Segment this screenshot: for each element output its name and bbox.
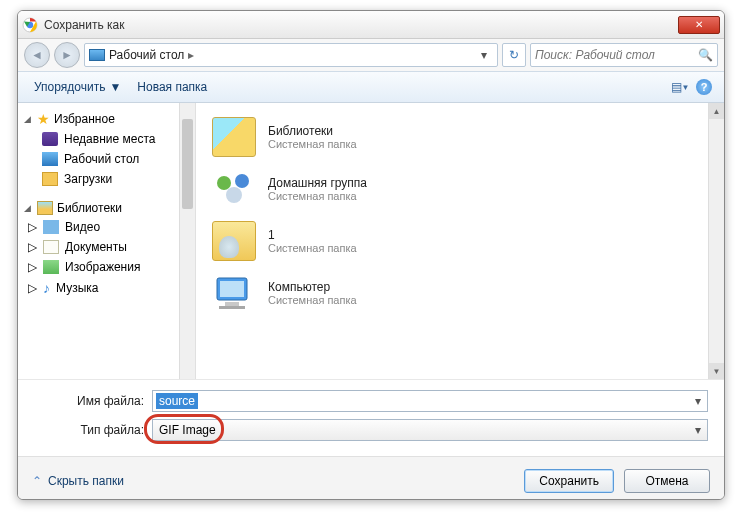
list-item[interactable]: БиблиотекиСистемная папка: [208, 111, 712, 163]
documents-icon: [43, 240, 59, 254]
video-icon: [43, 220, 59, 234]
chrome-icon: [22, 17, 38, 33]
tree-recent[interactable]: Недавние места: [20, 129, 193, 149]
collapse-icon[interactable]: ◢: [24, 114, 33, 124]
expand-icon[interactable]: ▷: [28, 260, 37, 274]
item-name: Домашняя группа: [268, 176, 367, 190]
tree-label: Недавние места: [64, 132, 155, 146]
body-area: ◢ ★ Избранное Недавние места Рабочий сто…: [18, 103, 724, 379]
expand-icon[interactable]: ▷: [28, 281, 37, 295]
expand-icon[interactable]: ▷: [28, 240, 37, 254]
filename-input[interactable]: source ▾: [152, 390, 708, 412]
help-button[interactable]: ?: [692, 75, 716, 99]
titlebar: Сохранить как ✕: [18, 11, 724, 39]
chevron-right-icon[interactable]: ▸: [188, 48, 194, 62]
computer-icon: [212, 273, 256, 313]
tree-label: Библиотеки: [57, 201, 122, 215]
tree-label: Видео: [65, 220, 100, 234]
tree-scrollbar[interactable]: [179, 103, 195, 379]
item-sub: Системная папка: [268, 138, 357, 150]
tree-downloads[interactable]: Загрузки: [20, 169, 193, 189]
item-name: Компьютер: [268, 280, 357, 294]
new-folder-button[interactable]: Новая папка: [129, 76, 215, 98]
view-options-button[interactable]: ▤▼: [668, 75, 692, 99]
tree-libraries[interactable]: ◢ Библиотеки: [20, 199, 193, 217]
search-input[interactable]: [535, 48, 698, 62]
organize-button[interactable]: Упорядочить▼: [26, 76, 129, 98]
item-sub: Системная папка: [268, 242, 357, 254]
tree-label: Документы: [65, 240, 127, 254]
chevron-down-icon[interactable]: ▾: [689, 423, 707, 437]
window-title: Сохранить как: [44, 18, 676, 32]
file-list[interactable]: БиблиотекиСистемная папка Домашняя групп…: [196, 103, 724, 379]
item-name: Библиотеки: [268, 124, 357, 138]
tree-label: Рабочий стол: [64, 152, 139, 166]
desktop-icon: [89, 49, 105, 61]
recent-icon: [42, 132, 58, 146]
filetype-label: Тип файла:: [34, 423, 152, 437]
toolbar: Упорядочить▼ Новая папка ▤▼ ?: [18, 71, 724, 103]
tree-documents[interactable]: ▷Документы: [20, 237, 193, 257]
item-sub: Системная папка: [268, 190, 367, 202]
svg-rect-8: [219, 306, 245, 309]
svg-rect-6: [220, 281, 244, 297]
fields-area: Имя файла: source ▾ Тип файла: GIF Image…: [18, 379, 724, 456]
list-item[interactable]: КомпьютерСистемная папка: [208, 267, 712, 319]
list-item[interactable]: Домашняя группаСистемная папка: [208, 163, 712, 215]
filename-value: source: [156, 393, 198, 409]
list-item[interactable]: 1Системная папка: [208, 215, 712, 267]
list-scrollbar[interactable]: ▲▼: [708, 103, 724, 379]
forward-button[interactable]: ►: [54, 42, 80, 68]
item-sub: Системная папка: [268, 294, 357, 306]
tree-label: Музыка: [56, 281, 98, 295]
svg-point-4: [226, 187, 242, 203]
hide-folders-label: Скрыть папки: [48, 474, 124, 488]
navigation-tree[interactable]: ◢ ★ Избранное Недавние места Рабочий сто…: [18, 103, 196, 379]
chevron-up-icon: ⌃: [32, 474, 42, 488]
chevron-down-icon: ▼: [109, 80, 121, 94]
chevron-down-icon[interactable]: ▾: [689, 394, 707, 408]
libraries-icon: [212, 117, 256, 157]
homegroup-icon: [212, 169, 256, 209]
save-as-dialog: Сохранить как ✕ ◄ ► Рабочий стол ▸ ▾ ↻ 🔍…: [17, 10, 725, 500]
svg-rect-7: [225, 302, 239, 306]
hide-folders-button[interactable]: ⌃ Скрыть папки: [32, 474, 124, 488]
music-icon: ♪: [43, 280, 50, 296]
breadcrumb-segment[interactable]: Рабочий стол: [109, 48, 184, 62]
collapse-icon[interactable]: ◢: [24, 203, 33, 213]
footer: ⌃ Скрыть папки Сохранить Отмена: [18, 456, 724, 500]
save-button[interactable]: Сохранить: [524, 469, 614, 493]
tree-label: Избранное: [54, 112, 115, 126]
images-icon: [43, 260, 59, 274]
user-folder-icon: [212, 221, 256, 261]
tree-label: Загрузки: [64, 172, 112, 186]
tree-video[interactable]: ▷Видео: [20, 217, 193, 237]
expand-icon[interactable]: ▷: [28, 220, 37, 234]
filename-label: Имя файла:: [34, 394, 152, 408]
close-button[interactable]: ✕: [678, 16, 720, 34]
tree-desktop[interactable]: Рабочий стол: [20, 149, 193, 169]
filetype-select[interactable]: GIF Image ▾: [152, 419, 708, 441]
tree-images[interactable]: ▷Изображения: [20, 257, 193, 277]
libraries-icon: [37, 201, 53, 215]
tree-favorites[interactable]: ◢ ★ Избранное: [20, 109, 193, 129]
filetype-value: GIF Image: [153, 423, 689, 437]
refresh-button[interactable]: ↻: [502, 43, 526, 67]
navigation-row: ◄ ► Рабочий стол ▸ ▾ ↻ 🔍: [18, 39, 724, 71]
cancel-button[interactable]: Отмена: [624, 469, 710, 493]
help-icon: ?: [696, 79, 712, 95]
search-box[interactable]: 🔍: [530, 43, 718, 67]
search-icon: 🔍: [698, 48, 713, 62]
star-icon: ★: [37, 111, 50, 127]
tree-label: Изображения: [65, 260, 140, 274]
breadcrumb-dropdown[interactable]: ▾: [475, 48, 493, 62]
desktop-icon: [42, 152, 58, 166]
item-name: 1: [268, 228, 357, 242]
downloads-icon: [42, 172, 58, 186]
svg-point-3: [235, 174, 249, 188]
back-button[interactable]: ◄: [24, 42, 50, 68]
breadcrumb[interactable]: Рабочий стол ▸ ▾: [84, 43, 498, 67]
svg-point-2: [217, 176, 231, 190]
tree-music[interactable]: ▷♪Музыка: [20, 277, 193, 299]
